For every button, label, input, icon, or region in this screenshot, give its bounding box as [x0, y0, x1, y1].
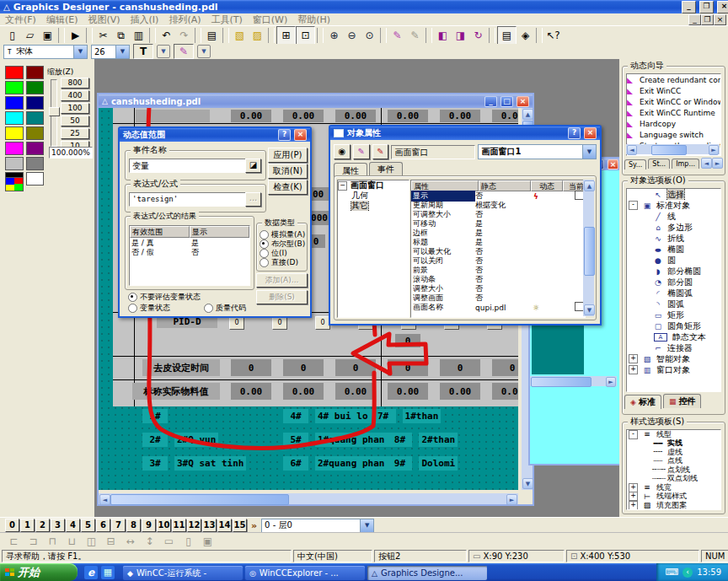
align-bottom-icon[interactable]: ⊔: [63, 533, 81, 550]
result-row[interactable]: 否 / 假 否: [130, 247, 249, 256]
io-field[interactable]: 0.00: [283, 110, 324, 122]
zoom-preset-button[interactable]: 100: [61, 103, 89, 114]
style-item[interactable]: ━━ 实线: [627, 439, 720, 449]
layer-button[interactable]: 11: [172, 519, 186, 532]
menu-item[interactable]: 编辑(E): [41, 13, 83, 26]
color-swatch[interactable]: [5, 111, 24, 125]
toolbar-button[interactable]: [149, 28, 156, 43]
new-icon[interactable]: ▯: [3, 27, 21, 44]
layer-button[interactable]: 2: [35, 519, 50, 532]
menu-item[interactable]: 视图(V): [83, 13, 125, 26]
event-name-field[interactable]: 变量: [129, 159, 246, 173]
layer-button[interactable]: 6: [96, 519, 110, 532]
slot-label[interactable]: Dolomi: [419, 456, 458, 471]
color-swatch[interactable]: [5, 157, 24, 170]
scroll-up-icon[interactable]: ▲: [584, 180, 595, 191]
io-field[interactable]: 0: [335, 359, 376, 376]
scroll-down-icon[interactable]: ▼: [522, 478, 533, 489]
check-button[interactable]: 检查(K): [268, 180, 308, 195]
palette-tab[interactable]: ◈ 标准: [624, 395, 661, 409]
layer-select[interactable]: 0 - 层0 ▼: [261, 519, 374, 533]
indirect-checkbox[interactable]: [575, 302, 584, 311]
document-title-bar[interactable]: △ canshusheding.pdl _ □ ×: [99, 94, 533, 108]
color-swatch[interactable]: [5, 81, 24, 94]
restore-icon[interactable]: ❐: [701, 14, 714, 25]
palette-tab[interactable]: ▦ 控件: [663, 394, 702, 408]
slot-number[interactable]: 7#: [371, 409, 396, 423]
result-row[interactable]: 是 / 真 是: [130, 238, 249, 247]
attribute-static-value[interactable]: qupi.pdl: [475, 304, 522, 312]
attributes-table[interactable]: 属性 静态 动态 当前 间 显示 否 ϟ: [410, 180, 586, 318]
status-radio[interactable]: 变量状态: [128, 303, 170, 314]
result-list[interactable]: 有效范围显示 是 / 真 是 否 / 假 否: [129, 225, 250, 286]
close-icon[interactable]: ×: [714, 14, 726, 25]
palette-item[interactable]: ◔ 部分圆: [627, 277, 720, 288]
zoom-value-field[interactable]: 100.000%: [49, 147, 93, 159]
expander-icon[interactable]: +: [629, 483, 638, 492]
palette-item[interactable]: ⌂ 多边形: [627, 222, 720, 233]
scroll-left-icon[interactable]: ◄: [99, 494, 110, 505]
chevron-down-icon[interactable]: ▼: [360, 519, 373, 532]
color-swatch[interactable]: [26, 157, 45, 170]
wizard-tab[interactable]: St...: [648, 159, 670, 169]
collapse-icon[interactable]: −: [338, 181, 347, 191]
cut-icon[interactable]: ✂: [94, 27, 112, 44]
tab-scroll-right-icon[interactable]: ►: [712, 158, 723, 169]
snap-icon[interactable]: ⊡: [296, 26, 315, 45]
color-swatch[interactable]: [26, 111, 45, 125]
object-palette-tree[interactable]: ↖ 选择 - ▣ 标准对象 ╱ 线: [626, 188, 721, 392]
io-field[interactable]: 0.00: [440, 110, 480, 122]
close-icon[interactable]: ×: [584, 127, 597, 139]
rotate-icon[interactable]: ↻: [469, 27, 487, 44]
color-swatch[interactable]: [26, 142, 45, 155]
io-field[interactable]: 0.00: [492, 110, 518, 122]
spin-button[interactable]: 0: [272, 316, 287, 330]
io-field[interactable]: 0: [440, 359, 480, 376]
io-field[interactable]: 0.00: [440, 383, 480, 400]
bulb-icon[interactable]: ☼: [522, 304, 549, 312]
style-item[interactable]: ┈╌┈ 双点划线: [627, 475, 720, 484]
help-icon[interactable]: ↖?: [544, 27, 562, 44]
io-field[interactable]: 0.00: [231, 110, 271, 122]
expander-icon[interactable]: +: [629, 501, 638, 510]
zoom-in-icon[interactable]: ⊕: [325, 27, 343, 44]
palette-item[interactable]: ◝ 圆弧: [627, 299, 720, 309]
close-icon[interactable]: ×: [517, 96, 529, 107]
pen-icon[interactable]: ✎: [388, 27, 406, 44]
layer-button[interactable]: 0: [5, 519, 19, 532]
wizard-tab[interactable]: Imp...: [672, 159, 699, 169]
align-right-icon[interactable]: ⊐: [24, 533, 42, 550]
column-header[interactable]: 动态: [531, 180, 563, 191]
toolbar-button[interactable]: [58, 28, 65, 43]
color-swatch[interactable]: [5, 142, 24, 155]
slot-label[interactable]: 2#than: [419, 433, 458, 447]
remove-button[interactable]: 删除(S): [256, 290, 308, 304]
desktop-icon[interactable]: ▦: [101, 566, 115, 579]
close-icon[interactable]: ×: [294, 129, 307, 141]
keyboard-icon[interactable]: ⌨: [665, 567, 678, 578]
zoom-out-icon[interactable]: ⊖: [343, 27, 361, 44]
wizard-item[interactable]: ◣ Exit WinCC or Windows: [627, 96, 720, 107]
tare-row-label[interactable]: 去皮设定时间: [142, 359, 220, 376]
slot-number[interactable]: 9#: [387, 456, 412, 471]
nominal-row-label[interactable]: 标称实际物料值: [132, 383, 220, 400]
library-icon[interactable]: ▨: [249, 27, 266, 44]
same-size-icon[interactable]: ▣: [199, 533, 217, 550]
scroll-up-icon[interactable]: ▲: [522, 109, 533, 120]
pen-gray-icon[interactable]: ✎: [406, 27, 424, 44]
io-field[interactable]: 0.00: [283, 383, 324, 400]
zoom-preset-button[interactable]: 25: [61, 128, 89, 139]
zoom-slider-thumb[interactable]: [49, 107, 60, 116]
line-color-dropdown[interactable]: ▼: [197, 45, 211, 58]
minimize-icon[interactable]: _: [688, 14, 701, 25]
toolbar-button[interactable]: [489, 28, 495, 43]
taskbar-task[interactable]: ◎ WinCCExplorer - ...: [245, 566, 365, 580]
io-field[interactable]: 0.00: [388, 110, 428, 122]
toolbar-button[interactable]: [195, 28, 201, 43]
menu-item[interactable]: 插入(I): [126, 13, 164, 26]
slot-number[interactable]: 1#: [142, 409, 168, 423]
tree-root-item[interactable]: − 画面窗口: [338, 180, 409, 191]
scroll-thumb[interactable]: [110, 494, 289, 505]
style-item[interactable]: ┈┈ 点线: [627, 457, 720, 466]
wizard-tab[interactable]: Sy...: [624, 159, 646, 169]
